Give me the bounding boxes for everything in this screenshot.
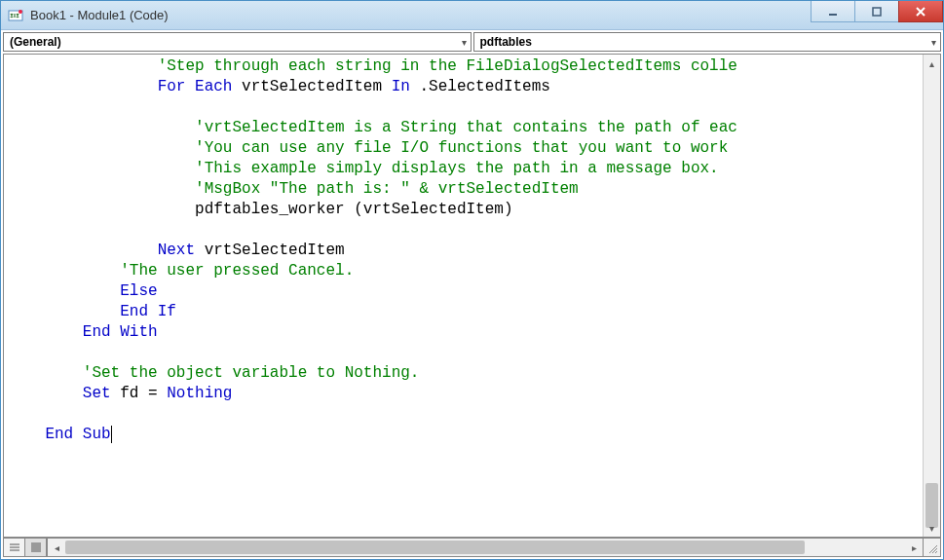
code-viewport[interactable]: 'Step through each string in the FileDia… [4, 55, 923, 537]
vertical-scrollbar[interactable]: ▴ ▾ [923, 55, 940, 537]
full-module-view-button[interactable] [25, 539, 47, 556]
maximize-button[interactable] [854, 1, 899, 22]
scroll-down-button[interactable]: ▾ [924, 519, 940, 537]
code-text[interactable]: 'Step through each string in the FileDia… [4, 55, 923, 447]
code-dropdowns: (General) ▾ pdftables ▾ [1, 30, 943, 54]
scroll-up-button[interactable]: ▴ [924, 55, 940, 72]
horizontal-scrollbar[interactable]: ◂ ▸ [47, 538, 924, 557]
chevron-down-icon: ▾ [931, 37, 936, 48]
window-title: Book1 - Module1 (Code) [30, 8, 812, 22]
horizontal-scroll-thumb[interactable] [65, 541, 805, 554]
scroll-left-button[interactable]: ◂ [48, 542, 65, 553]
view-mode-buttons [3, 538, 47, 557]
bottom-bar: ◂ ▸ [3, 538, 941, 557]
scroll-right-button[interactable]: ▸ [905, 542, 923, 553]
code-window: Book1 - Module1 (Code) (General) ▾ pdfta… [0, 0, 944, 560]
procedure-view-button[interactable] [4, 539, 25, 556]
svg-point-1 [19, 10, 22, 14]
chevron-down-icon: ▾ [462, 37, 467, 48]
procedure-dropdown[interactable]: pdftables ▾ [473, 32, 942, 52]
resize-grip[interactable] [924, 538, 941, 557]
code-area: 'Step through each string in the FileDia… [3, 54, 941, 538]
minimize-button[interactable] [811, 1, 855, 22]
horizontal-scroll-track[interactable] [65, 539, 905, 556]
vba-module-icon [7, 7, 24, 24]
procedure-dropdown-label: pdftables [480, 35, 932, 49]
close-button[interactable] [898, 1, 943, 22]
object-dropdown-label: (General) [10, 35, 462, 49]
object-dropdown[interactable]: (General) ▾ [3, 32, 472, 52]
window-buttons [812, 1, 943, 29]
svg-rect-3 [873, 8, 881, 16]
titlebar[interactable]: Book1 - Module1 (Code) [1, 1, 943, 30]
